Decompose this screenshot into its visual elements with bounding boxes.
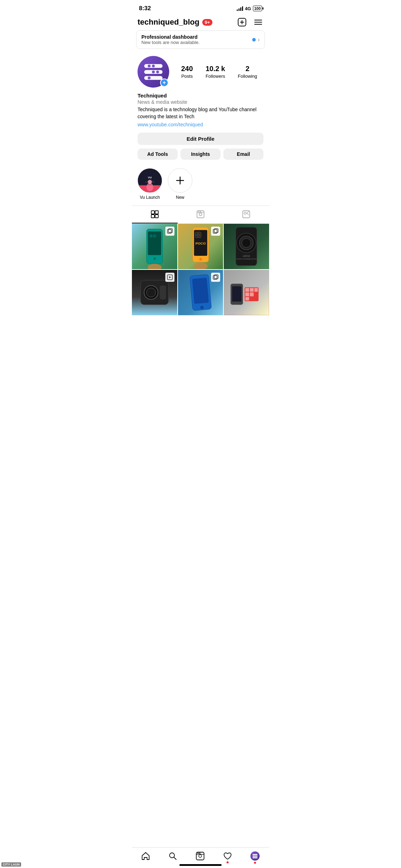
highlights-row: VU LAUNCH CITY LAUN Vu Launch New [132, 168, 269, 205]
multi-photo-icon-2 [213, 228, 218, 234]
email-button[interactable]: Email [223, 148, 263, 160]
svg-point-13 [148, 77, 151, 80]
multi-badge-5 [211, 273, 220, 282]
pro-banner-title: Professional dashboard [141, 34, 199, 40]
ad-tools-button[interactable]: Ad Tools [138, 148, 178, 160]
followers-count: 10.2 k [205, 65, 225, 73]
battery-icon: 100 [253, 6, 262, 11]
grid-item-6[interactable] [224, 270, 269, 315]
reel-icon [167, 274, 173, 280]
pro-banner-text: Professional dashboard New tools are now… [141, 34, 199, 45]
followers-label: Followers [205, 74, 225, 79]
tagged-tab[interactable] [223, 206, 269, 223]
posts-label: Posts [181, 74, 193, 79]
svg-point-38 [153, 234, 156, 238]
svg-rect-25 [155, 215, 158, 218]
multi-photo-icon [167, 228, 173, 234]
svg-point-18 [146, 183, 153, 191]
grid-icon [151, 210, 159, 218]
avatar[interactable]: + [138, 56, 169, 88]
followers-stat[interactable]: 10.2 k Followers [205, 65, 225, 79]
svg-text:VU: VU [148, 176, 152, 179]
svg-rect-79 [246, 297, 249, 300]
following-count: 2 [238, 65, 257, 73]
add-story-button[interactable]: + [160, 78, 168, 87]
profile-name: Techniqued [138, 93, 263, 99]
tagged-icon [242, 210, 250, 218]
content-tabs [132, 205, 269, 224]
highlight-new[interactable]: New [168, 168, 192, 200]
reels-tab-icon [196, 210, 205, 218]
svg-rect-63 [160, 285, 166, 299]
grid-item-2[interactable]: POCO [178, 224, 223, 269]
svg-point-48 [196, 233, 200, 237]
add-post-button[interactable] [237, 17, 247, 27]
header-left: techniqued_blog 9+ [138, 18, 212, 27]
svg-point-7 [148, 65, 151, 68]
add-highlight-circle[interactable] [168, 168, 192, 193]
svg-point-8 [152, 65, 155, 68]
chevron-right-icon: › [258, 37, 260, 43]
grid-tab[interactable] [132, 206, 178, 223]
svg-text:POCO: POCO [195, 242, 205, 246]
blue-dot-icon [252, 38, 256, 42]
grid-item-3[interactable]: LEICA VARIO-SUMMICRON [224, 224, 269, 269]
status-icons: 4G 100 [237, 6, 262, 11]
profile-section: + 240 Posts 10.2 k Followers 2 Following… [132, 52, 269, 168]
svg-rect-74 [246, 288, 249, 292]
notification-badge[interactable]: 9+ [202, 19, 212, 26]
profile-top: + 240 Posts 10.2 k Followers 2 Following [138, 56, 263, 88]
profile-link[interactable]: www.youtube.com/techniqued [138, 122, 203, 127]
svg-point-19 [148, 180, 152, 184]
svg-rect-76 [254, 288, 258, 292]
status-bar: 8:32 4G 100 [132, 0, 269, 14]
svg-point-10 [156, 71, 159, 74]
svg-rect-77 [246, 292, 249, 296]
svg-rect-81 [232, 286, 242, 302]
menu-button[interactable] [253, 17, 263, 27]
highlight-new-label: New [176, 195, 184, 200]
username-label: techniqued_blog [138, 18, 199, 27]
posts-count: 240 [181, 65, 193, 73]
header: techniqued_blog 9+ [132, 14, 269, 30]
svg-point-37 [149, 234, 153, 238]
insights-button[interactable]: Insights [180, 148, 221, 160]
svg-rect-22 [151, 211, 154, 214]
pro-banner-subtitle: New tools are now available. [141, 40, 199, 45]
photo-grid: POCO [132, 224, 269, 315]
edit-profile-button[interactable]: Edit Profile [138, 133, 263, 145]
reels-tab[interactable] [178, 206, 223, 223]
svg-text:LEICA: LEICA [243, 255, 250, 257]
highlight-vu-launch[interactable]: VU LAUNCH CITY LAUN Vu Launch [138, 168, 162, 200]
highlight-circle-vu-launch: VU LAUNCH CITY LAUN [138, 168, 162, 193]
svg-point-32 [244, 212, 246, 214]
grid-photo-3: LEICA VARIO-SUMMICRON [224, 224, 269, 269]
profile-stats: 240 Posts 10.2 k Followers 2 Following [175, 65, 263, 79]
grid-photo-6 [224, 270, 269, 315]
following-label: Following [238, 74, 257, 79]
grid-item-5[interactable] [178, 270, 223, 315]
svg-point-11 [152, 71, 155, 74]
svg-point-62 [147, 288, 156, 297]
network-label: 4G [245, 6, 251, 11]
svg-point-27 [199, 213, 202, 216]
svg-rect-24 [151, 215, 154, 218]
edit-profile-row: Edit Profile [138, 133, 263, 145]
add-highlight-icon [174, 175, 186, 186]
svg-rect-68 [192, 278, 209, 304]
grid-item-4[interactable] [132, 270, 177, 315]
svg-rect-23 [155, 211, 158, 214]
svg-marker-65 [169, 276, 171, 278]
multi-badge-2 [211, 227, 220, 236]
highlight-vu-launch-label: Vu Launch [140, 195, 160, 200]
pro-dashboard-banner[interactable]: Professional dashboard New tools are now… [136, 30, 265, 49]
svg-point-56 [242, 239, 251, 248]
grid-item-1[interactable] [132, 224, 177, 269]
svg-point-36 [153, 257, 156, 260]
reel-badge-4 [165, 273, 174, 282]
following-stat[interactable]: 2 Following [238, 65, 257, 79]
svg-point-46 [199, 258, 202, 261]
posts-stat: 240 Posts [181, 65, 193, 79]
pro-banner-right: › [252, 37, 260, 43]
svg-text:VARIO-SUMMICRON: VARIO-SUMMICRON [236, 258, 256, 260]
